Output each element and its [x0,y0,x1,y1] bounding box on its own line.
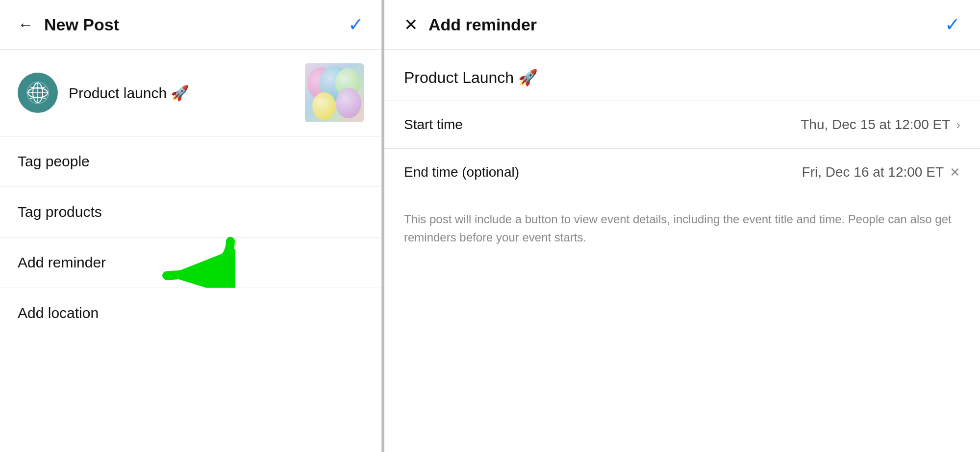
right-panel-title: Add reminder [428,15,537,34]
confirm-button[interactable]: ✓ [348,14,364,35]
menu-item-tag-products[interactable]: Tag products [0,187,381,238]
close-button[interactable]: ✕ [404,15,418,34]
end-time-value: Fri, Dec 16 at 12:00 ET [802,164,944,180]
left-panel: ← New Post ✓ Product launch 🚀 [0,0,382,452]
page-title: New Post [44,15,119,34]
end-time-label: End time (optional) [404,164,519,180]
menu-item-add-location[interactable]: Add location [0,288,381,338]
balloon-yellow [312,92,336,120]
end-time-value-container: Fri, Dec 16 at 12:00 ET ✕ [802,164,960,180]
menu-item-add-reminder[interactable]: Add reminder [0,238,381,288]
info-text-area: This post will include a button to view … [384,196,980,260]
reminder-event-title: Product Launch 🚀 [404,69,538,86]
end-time-clear-icon[interactable]: ✕ [950,165,960,180]
reminder-title-row: Product Launch 🚀 [384,50,980,101]
left-header-left: ← New Post [18,15,119,34]
post-caption: Product launch 🚀 [69,84,189,102]
author-info: Product launch 🚀 [18,73,189,113]
right-confirm-button[interactable]: ✓ [945,14,960,35]
start-time-row[interactable]: Start time Thu, Dec 15 at 12:00 ET › [384,101,980,149]
end-time-row[interactable]: End time (optional) Fri, Dec 16 at 12:00… [384,149,980,196]
menu-item-tag-people[interactable]: Tag people [0,136,381,187]
green-arrow-svg [147,234,235,288]
chevron-right-icon: › [956,117,960,133]
right-header: ✕ Add reminder ✓ [384,0,980,50]
avatar [18,73,58,113]
start-time-value: Thu, Dec 15 at 12:00 ET [801,117,950,133]
right-panel: ✕ Add reminder ✓ Product Launch 🚀 Start … [384,0,980,452]
back-button[interactable]: ← [18,16,33,34]
avatar-icon [26,81,50,105]
post-author-row: Product launch 🚀 [0,50,381,136]
info-text: This post will include a button to view … [404,210,960,246]
left-header: ← New Post ✓ [0,0,381,50]
balloon-container [305,63,364,122]
start-time-value-container: Thu, Dec 15 at 12:00 ET › [801,117,960,133]
post-thumbnail [305,63,364,122]
right-header-left: ✕ Add reminder [404,15,537,34]
start-time-label: Start time [404,117,463,133]
balloon-purple [336,88,361,118]
green-arrow-indicator [147,234,235,292]
